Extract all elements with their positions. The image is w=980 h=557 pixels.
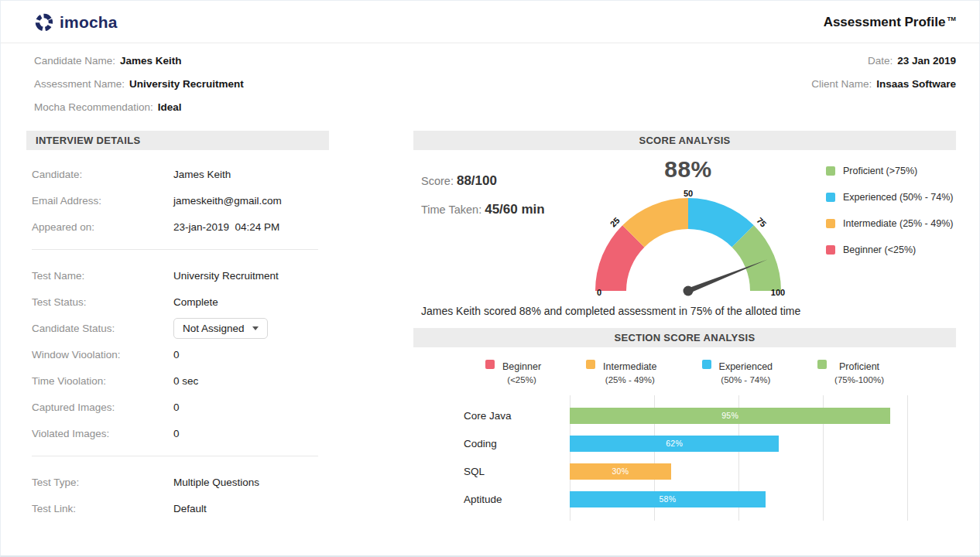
candidate-info-left: Candidate Name:James Keith Assessment Na… xyxy=(34,53,244,123)
imocha-logo: imocha xyxy=(34,12,118,32)
test-link-row: Test Link: Default xyxy=(32,495,329,521)
gauge-segment-experienced xyxy=(688,214,743,236)
gauge-segment-intermediate xyxy=(633,214,688,236)
score-summary-block: Score:88/100 Time Taken:45/60 min xyxy=(413,156,572,302)
aptitude-bar: 58% xyxy=(570,491,766,507)
proficient-swatch xyxy=(826,166,835,176)
bar-category-label: Aptitude xyxy=(464,494,570,505)
candidate-status-row: Candidate Status: Not Assigned xyxy=(32,315,329,341)
legend-item-proficient: Proficient(75%-100%) xyxy=(817,359,884,384)
interview-details-header: INTERVIEW DETAILS xyxy=(26,131,329,150)
legend-item-beginner: Beginner (<25%) xyxy=(826,244,956,255)
bar-row-sql: SQL 30% xyxy=(464,457,907,485)
proficient-swatch xyxy=(817,360,827,369)
bar-row-aptitude: Aptitude 58% xyxy=(464,485,907,513)
imocha-logo-icon xyxy=(34,12,54,32)
page-title: Assessment ProfileTM xyxy=(824,15,956,30)
captured-images-row: Captured Images: 0 xyxy=(32,394,329,420)
gauge-percent-value: 88% xyxy=(572,156,804,183)
legend-item-experienced: Experienced(50% - 74%) xyxy=(702,359,773,384)
page-header: imocha Assessment ProfileTM xyxy=(1,1,979,43)
interview-details-group-3: Test Type: Multiple Questions Test Link:… xyxy=(26,458,329,523)
section-score-header: SECTION SCORE ANALYSIS xyxy=(413,328,956,347)
bar-value-label: 95% xyxy=(570,411,890,420)
legend-item-experienced: Experienced (50% - 74%) xyxy=(826,192,956,203)
gauge-legend: Proficient (>75%) Experienced (50% - 74%… xyxy=(804,156,956,302)
legend-item-intermediate: Intermediate(25% - 49%) xyxy=(586,359,656,384)
trademark-superscript: TM xyxy=(947,15,956,22)
bar-value-label: 62% xyxy=(570,439,779,448)
bar-row-core-java: Core Java 95% xyxy=(464,402,907,429)
test-type-row: Test Type: Multiple Questions xyxy=(32,469,329,495)
section-score-legend: Beginner(<25%) Intermediate(25% - 49%) E… xyxy=(413,359,956,384)
bar-row-coding: Coding 62% xyxy=(464,429,907,457)
date-row: Date:23 Jan 2019 xyxy=(811,53,956,68)
gauge-tick-75: 75 xyxy=(755,216,768,229)
violated-images-row: Violated Images: 0 xyxy=(32,420,329,446)
logo-text: imocha xyxy=(60,13,118,32)
score-analysis-header: SCORE ANALYSIS xyxy=(413,131,956,150)
beginner-swatch xyxy=(485,360,495,369)
mocha-recommendation-row: Mocha Recommendation:Ideal xyxy=(34,100,244,114)
bar-value-label: 58% xyxy=(570,494,766,504)
interview-details-group-1: Candidate: James Keith Email Address: ja… xyxy=(26,150,329,241)
legend-item-proficient: Proficient (>75%) xyxy=(826,166,956,176)
legend-item-intermediate: Intermediate (25% - 49%) xyxy=(826,218,956,229)
bar-value-label: 30% xyxy=(570,466,671,476)
gauge-tick-50: 50 xyxy=(684,189,693,198)
gauge-segment-beginner xyxy=(611,236,633,291)
assessment-profile-page: imocha Assessment ProfileTM Candidate Na… xyxy=(0,0,980,557)
candidate-status-dropdown[interactable]: Not Assigned xyxy=(173,318,268,339)
legend-item-beginner: Beginner(<25%) xyxy=(485,359,541,384)
score-analysis-panel: SCORE ANALYSIS Score:88/100 Time Taken:4… xyxy=(413,131,956,521)
test-name-row: Test Name: University Recruitment xyxy=(32,262,329,289)
gauge-tick-25: 25 xyxy=(608,216,622,229)
beginner-swatch xyxy=(826,245,835,255)
candidate-name-row: Candidate Name:James Keith xyxy=(34,53,244,68)
score-analysis-body: Score:88/100 Time Taken:45/60 min 88% 0 xyxy=(413,156,956,302)
email-address-row: Email Address: jameskeith@gmail.com xyxy=(32,187,329,214)
gauge-tick-100: 100 xyxy=(771,288,785,297)
test-status-row: Test Status: Complete xyxy=(32,289,329,315)
experienced-swatch xyxy=(826,193,835,202)
assessment-name-row: Assessment Name:University Recruitment xyxy=(34,77,244,91)
interview-details-panel: INTERVIEW DETAILS Candidate: James Keith… xyxy=(26,131,329,523)
divider xyxy=(32,456,318,456)
chevron-down-icon xyxy=(252,326,259,330)
gauge-segment-proficient xyxy=(743,236,766,291)
gauge-chart: 0 25 50 75 100 xyxy=(580,183,797,299)
intermediate-swatch xyxy=(586,360,595,369)
candidate-info-section: Candidate Name:James Keith Assessment Na… xyxy=(1,43,979,128)
divider xyxy=(32,249,318,250)
bar-category-label: SQL xyxy=(464,466,570,477)
bar-category-label: Coding xyxy=(464,438,570,449)
core-java-bar: 95% xyxy=(570,408,890,424)
intermediate-swatch xyxy=(826,219,835,228)
gauge-tick-0: 0 xyxy=(597,288,601,297)
window-violation-row: Window Vioolation: 0 xyxy=(32,341,329,367)
candidate-info-right: Date:23 Jan 2019 Client Name:Insaas Soft… xyxy=(811,53,956,123)
candidate-row: Candidate: James Keith xyxy=(32,161,329,187)
section-score-bar-chart: Core Java 95% Coding 62% SQL 30% Aptitud… xyxy=(464,395,907,521)
appeared-on-row: Appeared on: 23-jan-2019 04:24 PM xyxy=(32,214,329,240)
score-line: Score:88/100 xyxy=(421,173,572,189)
coding-bar: 62% xyxy=(570,436,779,452)
client-name-row: Client Name:Insaas Software xyxy=(811,77,956,91)
time-violation-row: Time Vioolation: 0 sec xyxy=(32,367,329,394)
score-summary-sentence: James Keith scored 88% and completed ass… xyxy=(421,305,956,317)
gauge-needle-pivot xyxy=(684,286,694,296)
experienced-swatch xyxy=(702,360,711,369)
gauge-chart-block: 88% 0 25 50 75 100 xyxy=(572,156,804,302)
time-taken-line: Time Taken:45/60 min xyxy=(421,202,572,217)
interview-details-group-2: Test Name: University Recruitment Test S… xyxy=(26,251,329,448)
sql-bar: 30% xyxy=(570,463,671,480)
bar-category-label: Core Java xyxy=(464,410,570,422)
